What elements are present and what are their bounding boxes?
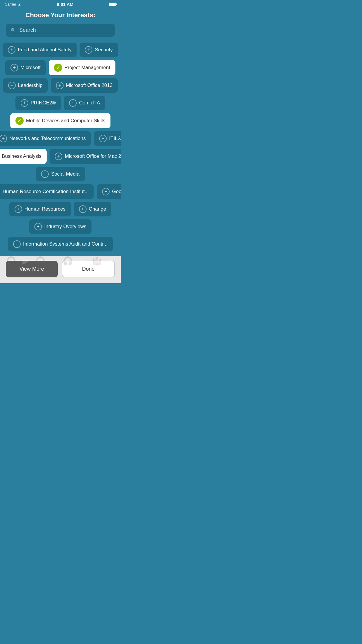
tag-networks-telecom[interactable]: +Networks and Telecommunications [0, 131, 91, 146]
done-button[interactable]: Done [62, 261, 115, 277]
search-placeholder: Search [19, 27, 36, 33]
tag-label-food-alcohol-safety: Food and Alcohol Safety [18, 47, 71, 53]
plus-icon-hr-cert-inst: + [0, 188, 0, 195]
plus-icon-leadership: + [8, 82, 16, 89]
tag-microsoft[interactable]: +Microsoft [5, 60, 46, 75]
tag-label-industry-overviews: Industry Overviews [44, 224, 87, 230]
tag-ms-office-mac[interactable]: +Microsoft Office for Mac 2011 [50, 149, 121, 164]
tag-row-4: Mobile Devices and Computer Skills [10, 113, 110, 128]
tag-row-8: +Human Resource Certification Institut..… [0, 184, 121, 199]
plus-icon-microsoft-office-2013: + [56, 82, 64, 89]
tag-info-systems-audit[interactable]: +Information Systems Audit and Contr... [8, 237, 113, 251]
tag-label-networks-telecom: Networks and Telecommunications [9, 136, 86, 141]
tag-security[interactable]: +Security [80, 43, 118, 57]
plus-icon-itil: + [99, 135, 107, 142]
tag-row-11: +Information Systems Audit and Contr... [8, 237, 113, 251]
tag-label-hr-cert-inst: Human Resource Certification Institut... [3, 189, 89, 195]
tag-row-2: +Leadership+Microsoft Office 2013 [3, 78, 118, 93]
search-container: 🔍 Search [0, 24, 121, 43]
tag-label-info-systems-audit: Information Systems Audit and Contr... [23, 241, 108, 247]
tag-itil[interactable]: +ITIL® [94, 131, 121, 146]
status-bar: Carrier ▲ 9:01 AM [0, 0, 121, 8]
plus-icon-social-media: + [41, 170, 49, 178]
plus-icon-comptia: + [69, 99, 77, 107]
check-icon-mobile-devices [15, 117, 24, 125]
tag-row-1: +MicrosoftProject Management [5, 60, 115, 75]
plus-icon-industry-overviews: + [34, 223, 42, 230]
tag-label-leadership: Leadership [18, 83, 43, 88]
tag-row-0: +Food and Alcohol Safety+Security [3, 43, 118, 57]
plus-icon-microsoft: + [10, 64, 18, 71]
tag-label-microsoft-office-2013: Microsoft Office 2013 [66, 83, 113, 88]
plus-icon-ms-office-mac: + [55, 153, 62, 160]
tag-row-6: Business Analysis+Microsoft Office for M… [0, 149, 121, 164]
tag-industry-overviews[interactable]: +Industry Overviews [29, 219, 92, 234]
plus-icon-prince2: + [21, 99, 28, 107]
tag-leadership[interactable]: +Leadership [3, 78, 48, 93]
tag-row-10: +Industry Overviews [29, 219, 92, 234]
wifi-icon: ▲ [18, 2, 21, 6]
tag-label-human-resources: Human Resources [24, 206, 66, 212]
plus-icon-security: + [85, 46, 92, 54]
tags-area: +Food and Alcohol Safety+Security+Micros… [0, 43, 121, 256]
tag-microsoft-office-2013[interactable]: +Microsoft Office 2013 [51, 78, 118, 93]
tag-label-comptia: CompTIA [79, 100, 100, 106]
search-input[interactable]: 🔍 Search [6, 24, 115, 37]
search-icon: 🔍 [10, 27, 16, 33]
plus-icon-change: + [79, 205, 87, 213]
tag-row-9: +Human Resources+Change [9, 202, 111, 216]
tag-prince2[interactable]: +PRINCE2® [15, 96, 61, 110]
tag-label-project-management: Project Management [64, 65, 110, 71]
tag-label-itil: ITIL® [109, 136, 121, 141]
tag-project-management[interactable]: Project Management [49, 60, 115, 75]
tag-label-business-analysis: Business Analysis [2, 153, 41, 159]
tag-hr-cert-inst[interactable]: +Human Resource Certification Institut..… [0, 184, 94, 199]
tag-row-3: +PRINCE2®+CompTIA [15, 96, 105, 110]
view-more-button[interactable]: View More [6, 261, 58, 277]
bottom-bar: View More Done [0, 256, 121, 283]
plus-icon-info-systems-audit: + [13, 240, 21, 248]
tag-label-ms-office-mac: Microsoft Office for Mac 2011 [65, 153, 121, 159]
tag-google[interactable]: +Google [97, 184, 121, 199]
tag-human-resources[interactable]: +Human Resources [9, 202, 71, 216]
tag-label-mobile-devices: Mobile Devices and Computer Skills [26, 118, 105, 124]
tag-comptia[interactable]: +CompTIA [64, 96, 105, 110]
tag-label-security: Security [95, 47, 113, 53]
page-title: Choose Your Interests: [0, 8, 121, 24]
tag-label-google: Google [112, 189, 121, 195]
plus-icon-food-alcohol-safety: + [8, 46, 15, 54]
carrier-label: Carrier [5, 2, 16, 6]
time-label: 9:01 AM [57, 2, 73, 7]
tag-food-alcohol-safety[interactable]: +Food and Alcohol Safety [3, 43, 77, 57]
tag-row-7: +Social Media [36, 167, 85, 181]
tag-label-microsoft: Microsoft [20, 65, 41, 71]
tag-row-5: +Networks and Telecommunications+ITIL® [0, 131, 121, 146]
tag-label-change: Change [89, 206, 106, 212]
tag-social-media[interactable]: +Social Media [36, 167, 85, 181]
status-left: Carrier ▲ [5, 2, 21, 6]
tag-mobile-devices[interactable]: Mobile Devices and Computer Skills [10, 113, 110, 128]
plus-icon-human-resources: + [15, 205, 22, 213]
plus-icon-google: + [102, 188, 110, 195]
status-right [109, 3, 116, 6]
plus-icon-networks-telecom: + [0, 135, 7, 142]
tag-business-analysis[interactable]: Business Analysis [0, 149, 47, 164]
battery-icon [109, 3, 116, 6]
check-icon-project-management [54, 64, 62, 72]
tag-label-social-media: Social Media [51, 171, 79, 177]
tag-change[interactable]: +Change [74, 202, 112, 216]
tag-label-prince2: PRINCE2® [31, 100, 56, 106]
